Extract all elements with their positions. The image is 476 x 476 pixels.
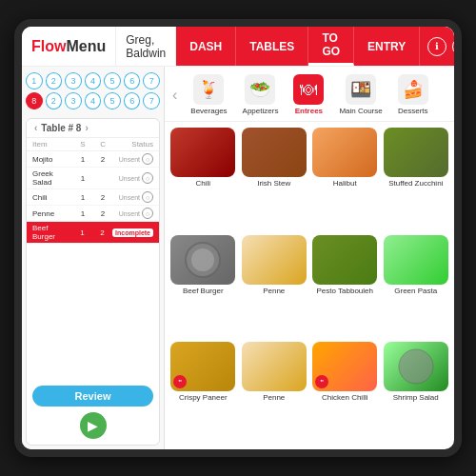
entrees-icon <box>293 74 324 105</box>
food-item-stuffed-zucchini[interactable]: Stuffed Zucchini <box>384 128 449 229</box>
order-item[interactable]: Greek Salad 1 Unsent ○ <box>27 168 159 189</box>
food-badge-chicken: " <box>315 375 328 388</box>
beverages-icon <box>193 74 224 105</box>
food-img-stuffed-zucchini <box>384 128 448 177</box>
cat-tab-desserts[interactable]: Desserts <box>394 72 432 117</box>
item-c: 2 <box>93 155 113 164</box>
category-tabs: ‹ Beverages Appetizers Entrees <box>165 67 454 122</box>
refresh-icon[interactable]: ↻ <box>452 37 454 56</box>
food-img-penne2 <box>242 342 307 391</box>
cat-label-maincourse: Main Course <box>339 107 382 115</box>
incomplete-badge: Incomplete <box>112 228 153 237</box>
item-c: 2 <box>93 193 113 202</box>
item-s: 1 <box>72 209 92 218</box>
cat-prev-arrow[interactable]: ‹ <box>170 87 179 104</box>
tab-dash[interactable]: DASH <box>176 27 236 66</box>
food-item-penne[interactable]: Penne <box>242 235 307 337</box>
food-img-chicken: " <box>312 342 377 391</box>
table-label: Table # 8 <box>41 123 81 133</box>
order-item[interactable]: Penne 1 2 Unsent ○ <box>27 206 159 222</box>
food-grid: Chili Irish Stew Halibut Stuffed Zucchin… <box>165 122 454 449</box>
logo-menu: Menu <box>66 38 106 54</box>
food-item-pesto[interactable]: Pesto Tabbouleh <box>312 235 378 337</box>
status-dot: ○ <box>142 172 153 184</box>
table-num-12[interactable]: 5 <box>104 92 121 109</box>
tab-to-go[interactable]: TO GO <box>308 27 354 66</box>
food-item-penne2[interactable]: Penne <box>242 342 307 444</box>
svg-point-2 <box>399 349 433 384</box>
header-icons: ℹ ↻ <box>420 27 454 66</box>
item-name: Penne <box>32 209 72 218</box>
table-num-7[interactable]: 7 <box>143 72 160 89</box>
table-num-2[interactable]: 2 <box>46 72 63 89</box>
order-item[interactable]: Mojito 1 2 Unsent ○ <box>27 151 159 168</box>
order-item[interactable]: Chili 1 2 Unsent ○ <box>27 189 159 206</box>
food-item-shrimp-salad[interactable]: Shrimp Salad <box>384 342 449 444</box>
table-num-14[interactable]: 7 <box>143 92 160 109</box>
maincourse-icon <box>346 74 376 105</box>
tab-tables[interactable]: TABLES <box>236 27 308 66</box>
food-item-crispy-paneer[interactable]: " Crispy Paneer <box>170 342 236 444</box>
food-img-pesto <box>312 235 377 285</box>
food-name-chicken-chilli: Chicken Chilli <box>322 393 367 402</box>
logo-area: FlowMenu <box>22 27 116 66</box>
send-button[interactable]: ▶ <box>80 412 107 439</box>
col-status: Status <box>113 140 153 149</box>
app-logo: FlowMenu <box>31 38 106 55</box>
order-item-highlighted[interactable]: Beef Burger 1 2 Incomplete <box>27 222 159 244</box>
logo-flow: Flow <box>31 38 66 54</box>
review-button[interactable]: Review <box>32 386 153 407</box>
item-name: Chili <box>32 193 72 202</box>
food-name-stuffed-zucchini: Stuffed Zucchini <box>388 179 443 188</box>
item-s: 1 <box>72 174 92 183</box>
left-panel: 1 2 3 4 5 6 7 8 2 3 4 5 6 <box>22 67 165 449</box>
food-item-beef-burger[interactable]: Beef Burger <box>170 235 236 337</box>
col-s: S <box>72 140 92 149</box>
next-table-arrow[interactable]: › <box>85 123 88 133</box>
table-num-6[interactable]: 6 <box>124 72 141 89</box>
item-name: Greek Salad <box>32 169 72 187</box>
food-item-halibut[interactable]: Halibut <box>312 128 378 229</box>
food-item-chili[interactable]: Chili <box>170 128 236 229</box>
cat-tab-entrees[interactable]: Entrees <box>289 72 327 117</box>
order-columns: Item S C Status <box>27 138 159 151</box>
item-status: Unsent ○ <box>113 172 153 184</box>
tab-entry[interactable]: ENTRY <box>354 27 420 66</box>
cat-tab-maincourse[interactable]: Main Course <box>335 72 386 117</box>
food-item-green-pasta[interactable]: Green Pasta <box>384 235 449 337</box>
food-name-beef-burger: Beef Burger <box>183 287 224 295</box>
item-s: 1 <box>72 155 92 164</box>
cat-label-appetizers: Appetizers <box>243 107 279 115</box>
nav-tabs: DASH TABLES TO GO ENTRY <box>176 27 420 66</box>
table-num-9[interactable]: 2 <box>46 92 63 109</box>
prev-table-arrow[interactable]: ‹ <box>34 123 37 133</box>
food-img-penne <box>242 235 307 285</box>
table-num-3[interactable]: 3 <box>65 72 82 89</box>
food-img-shrimp <box>384 342 448 391</box>
food-img-green-pasta <box>384 235 448 285</box>
food-name-chili: Chili <box>195 179 210 188</box>
food-item-irish-stew[interactable]: Irish Stew <box>242 128 307 229</box>
item-status: Incomplete <box>112 228 153 237</box>
status-dot: ○ <box>142 191 153 203</box>
col-item: Item <box>32 140 72 149</box>
table-num-8[interactable]: 8 <box>26 92 43 109</box>
table-num-4[interactable]: 4 <box>85 72 102 89</box>
table-num-11[interactable]: 4 <box>85 92 102 109</box>
table-num-13[interactable]: 6 <box>124 92 141 109</box>
food-img-halibut <box>312 128 377 177</box>
svg-point-1 <box>191 248 214 271</box>
status-dot: ○ <box>142 208 153 219</box>
table-num-10[interactable]: 3 <box>65 92 82 109</box>
food-name-irish-stew: Irish Stew <box>257 179 290 188</box>
info-icon[interactable]: ℹ <box>427 37 446 56</box>
table-num-5[interactable]: 5 <box>104 72 121 89</box>
header: FlowMenu Greg, Baldwin DASH TABLES TO GO… <box>22 27 454 67</box>
table-numbers: 1 2 3 4 5 6 7 8 2 3 4 5 6 <box>22 67 164 114</box>
main-content: 1 2 3 4 5 6 7 8 2 3 4 5 6 <box>22 67 454 449</box>
table-num-1[interactable]: 1 <box>26 72 43 89</box>
food-item-chicken-chilli[interactable]: " Chicken Chilli <box>312 342 378 444</box>
cat-tab-appetizers[interactable]: Appetizers <box>239 72 283 117</box>
tablet-frame: FlowMenu Greg, Baldwin DASH TABLES TO GO… <box>14 19 462 457</box>
cat-tab-beverages[interactable]: Beverages <box>187 72 230 117</box>
